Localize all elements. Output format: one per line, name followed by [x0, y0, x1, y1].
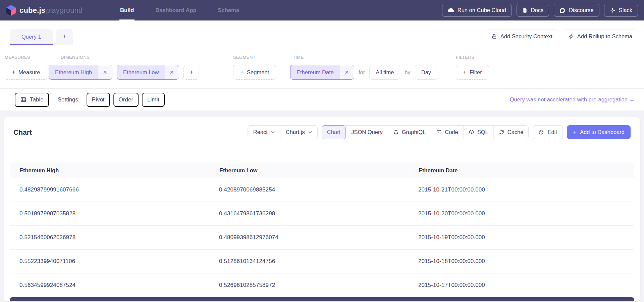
tab-sql[interactable]: SQL: [463, 126, 493, 139]
column-header-ethereum-date: Ethereum Date: [409, 163, 634, 178]
dimension-chip-ethereum-low[interactable]: Ethereum Low ×: [117, 65, 179, 80]
for-label: for: [359, 69, 365, 76]
plus-icon: +: [190, 69, 193, 76]
add-to-dashboard-button[interactable]: + Add to Dashboard: [567, 125, 631, 139]
chevron-down-icon: [308, 131, 312, 133]
cell-ethereum-low: 0.48099398612976074: [210, 226, 409, 249]
framework-library-selects: React Chart.js: [248, 125, 318, 139]
close-icon[interactable]: ×: [340, 65, 354, 79]
chart-card-header: Chart React Chart.js Chart JSON Query: [4, 117, 640, 139]
brand-name: cube.js: [19, 6, 45, 14]
add-measure-button[interactable]: + Measure: [5, 65, 47, 80]
chart-card: Chart React Chart.js Chart JSON Query: [4, 117, 640, 301]
brand-suffix: playground: [46, 6, 83, 14]
run-on-cube-cloud-button[interactable]: Run on Cube Cloud: [442, 4, 512, 17]
dimensions-group: DIMENSIONS Ethereum High × Ethereum Low …: [49, 55, 233, 80]
cell-ethereum-low: 0.4316479861736298: [210, 202, 409, 225]
date-range-button[interactable]: All time: [369, 65, 400, 80]
nav-link-schema[interactable]: Schema: [217, 0, 240, 20]
chart-type-select[interactable]: Table: [15, 93, 49, 107]
plus-icon: +: [573, 129, 577, 136]
add-security-context-button[interactable]: Add Security Context: [486, 30, 558, 43]
cell-ethereum-high: 0.5522339940071106: [10, 250, 210, 273]
docs-button[interactable]: Docs: [517, 4, 549, 17]
order-button[interactable]: Order: [113, 93, 139, 107]
add-segment-button[interactable]: + Segment: [233, 65, 276, 80]
cell-ethereum-date: 2015-10-21T00:00:00.000: [409, 178, 634, 202]
by-label: by: [405, 69, 410, 76]
query-tabs-row: Query 1 + Add Security Context Add Rollu…: [0, 20, 644, 45]
cell-ethereum-low: 0.5269610285758972: [210, 273, 409, 297]
bolt-icon: [569, 34, 574, 39]
discourse-icon: [559, 7, 566, 13]
plus-icon: +: [62, 33, 66, 41]
result-view-tabs: Chart JSON Query GraphiQL Code SQL: [322, 125, 529, 139]
lock-icon: [491, 34, 497, 39]
table-row: 0.48298799991607666 0.4208970069885254 2…: [10, 178, 634, 202]
filters-group: FILTERS + Filter: [456, 55, 489, 80]
cubejs-logo-icon: [6, 5, 16, 16]
slack-icon: [610, 7, 615, 13]
cloud-icon: [448, 7, 454, 13]
cell-ethereum-high: 0.5634599924087524: [10, 273, 210, 297]
cell-ethereum-high: 0.5215460062026978: [10, 226, 210, 249]
segment-group: SEGMENT + Segment: [233, 55, 290, 80]
table-row: 0.5522339940071106 0.5128610134124756 20…: [10, 250, 634, 273]
navbar: cube.jsplayground Build Dashboard App Sc…: [0, 0, 644, 20]
tab-chart[interactable]: Chart: [322, 125, 346, 139]
cell-ethereum-high: 0.5018979907035828: [10, 202, 210, 225]
plus-icon: +: [240, 69, 244, 76]
measures-group: MEASURES + Measure: [5, 55, 49, 80]
tab-graphiql[interactable]: GraphiQL: [388, 126, 431, 139]
framework-select[interactable]: React: [248, 126, 280, 139]
tab-actions: Add Security Context Add Rollup to Schem…: [486, 30, 638, 43]
filters-label: FILTERS: [456, 55, 489, 60]
cell-ethereum-date: 2015-10-18T00:00:00.000: [409, 250, 634, 273]
add-query-tab-button[interactable]: +: [56, 29, 73, 45]
cell-ethereum-date: 2015-10-17T00:00:00.000: [409, 273, 634, 297]
pivot-button[interactable]: Pivot: [87, 93, 110, 107]
tab-cache[interactable]: Cache: [493, 126, 529, 139]
result-toolbar: Table Settings: Pivot Order Limit Query …: [0, 88, 644, 111]
table-row: 0.5018979907035828 0.4316479861736298 20…: [10, 202, 634, 226]
query-tab-1[interactable]: Query 1: [10, 29, 53, 45]
segment-label: SEGMENT: [233, 55, 290, 60]
edit-button[interactable]: Edit: [533, 125, 562, 139]
cell-ethereum-low: 0.5128610134124756: [210, 250, 409, 273]
pre-aggregation-link[interactable]: Query was not accelerated with pre-aggre…: [510, 96, 635, 103]
nav-link-build[interactable]: Build: [119, 0, 135, 20]
chevron-down-icon: [271, 131, 275, 133]
add-dimension-button[interactable]: +: [183, 65, 199, 80]
granularity-button[interactable]: Day: [415, 65, 437, 80]
close-icon[interactable]: ×: [165, 65, 179, 79]
graphql-icon: [393, 129, 399, 135]
slack-button[interactable]: Slack: [604, 4, 638, 17]
discourse-button[interactable]: Discourse: [554, 4, 599, 17]
column-header-ethereum-low: Ethereum Low: [210, 163, 409, 178]
tab-json-query[interactable]: JSON Query: [346, 126, 388, 139]
close-icon[interactable]: ×: [98, 65, 112, 79]
cell-ethereum-low: 0.4208970069885254: [210, 178, 409, 202]
add-filter-button[interactable]: + Filter: [456, 65, 489, 80]
brand: cube.jsplayground: [6, 0, 83, 20]
query-builder: MEASURES + Measure DIMENSIONS Ethereum H…: [0, 45, 644, 88]
nav-links: Build Dashboard App Schema: [109, 0, 250, 20]
plus-icon: +: [12, 69, 15, 76]
time-label: TIME: [290, 55, 456, 60]
nav-link-dashboard-app[interactable]: Dashboard App: [155, 0, 197, 20]
refresh-icon: [499, 129, 504, 135]
limit-button[interactable]: Limit: [142, 93, 165, 107]
time-chip-ethereum-date[interactable]: Ethereum Date ×: [290, 65, 354, 80]
result-table: Ethereum High Ethereum Low Ethereum Date…: [10, 163, 634, 301]
cell-ethereum-date: 2015-10-19T00:00:00.000: [409, 226, 634, 249]
cell-ethereum-date: 2015-10-20T00:00:00.000: [409, 202, 634, 225]
library-select[interactable]: Chart.js: [280, 126, 317, 139]
question-circle-icon: [469, 129, 474, 135]
add-rollup-to-schema-button[interactable]: Add Rollup to Schema: [563, 30, 638, 43]
tab-code[interactable]: Code: [431, 126, 463, 139]
dimension-chip-ethereum-high[interactable]: Ethereum High ×: [49, 65, 112, 80]
plus-icon: +: [463, 69, 467, 76]
chart-title: Chart: [13, 128, 32, 136]
table-grid-icon: [20, 96, 26, 103]
dimensions-label: DIMENSIONS: [49, 55, 233, 60]
